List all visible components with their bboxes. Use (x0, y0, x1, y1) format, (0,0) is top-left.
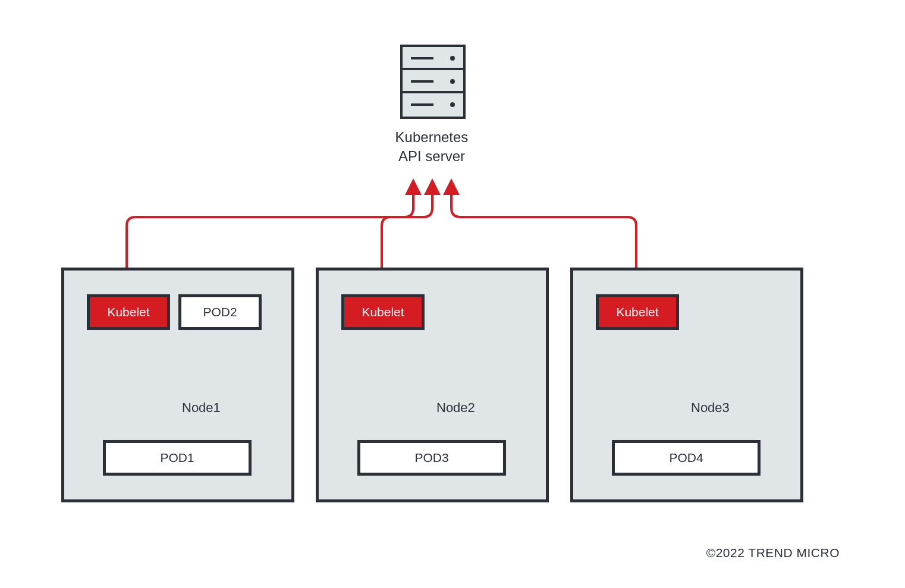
server-icon (400, 45, 466, 119)
kubelet-box: Kubelet (87, 294, 170, 330)
kubelet-label: Kubelet (362, 305, 404, 319)
server-unit (403, 70, 463, 93)
kubelet-box: Kubelet (341, 294, 425, 330)
pod-label: POD1 (160, 451, 194, 465)
node-box-3: Kubelet Node3 POD4 (570, 268, 803, 502)
diagram-canvas: Kubernetes API server Kubelet POD2 (0, 0, 905, 588)
server-unit (403, 47, 463, 70)
pod-label: POD3 (414, 451, 448, 465)
kubelet-label: Kubelet (616, 305, 658, 319)
server-unit (403, 93, 463, 117)
node-label: Node3 (691, 400, 730, 416)
pod-box: POD3 (357, 440, 506, 476)
node-label: Node2 (436, 400, 475, 416)
api-server-label: Kubernetes API server (354, 128, 509, 166)
api-server-label-line2: API server (398, 148, 465, 164)
node-label: Node1 (182, 400, 221, 416)
copyright-text: ©2022 TREND MICRO (706, 546, 840, 560)
pod-box: POD4 (612, 440, 761, 476)
pod-box: POD1 (103, 440, 252, 476)
kubelet-box: Kubelet (596, 294, 679, 330)
pod-box: POD2 (178, 294, 262, 330)
node-box-2: Kubelet Node2 POD3 (316, 268, 549, 502)
api-server-label-line1: Kubernetes (395, 129, 469, 145)
kubelet-label: Kubelet (107, 305, 149, 319)
node-box-1: Kubelet POD2 Node1 POD1 (61, 268, 294, 502)
pod-label: POD2 (203, 305, 237, 319)
pod-label: POD4 (669, 451, 703, 465)
